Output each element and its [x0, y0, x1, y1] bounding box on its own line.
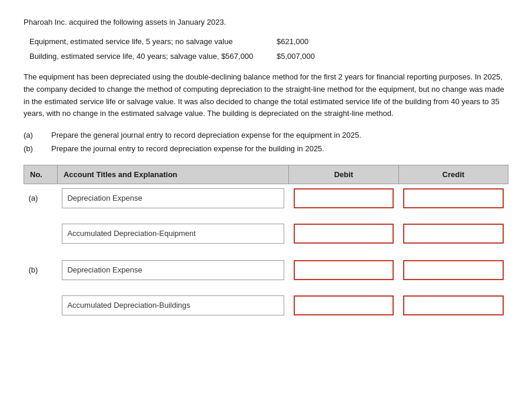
table-header-row: No. Account Titles and Explanation Debit… — [24, 165, 508, 184]
questions-section: (a) Prepare the general journal entry to… — [24, 131, 508, 153]
entry-b-label: (b) — [24, 256, 58, 284]
asset-row-equipment: Equipment, estimated service life, 5 yea… — [29, 37, 508, 46]
table-row — [24, 291, 508, 320]
entry-b-debit1-input[interactable] — [294, 260, 394, 280]
entry-a-account1-input[interactable] — [62, 188, 284, 208]
entry-a-credit1-cell — [398, 184, 508, 212]
entry-a-debit2-cell — [289, 220, 398, 248]
header-account: Account Titles and Explanation — [57, 165, 288, 184]
asset-row-building: Building, estimated service life, 40 yea… — [29, 52, 508, 61]
entry-b-credit2-input[interactable] — [403, 295, 503, 315]
header-debit: Debit — [289, 165, 398, 184]
entry-a-credit2-cell — [398, 220, 508, 248]
entry-b-credit1-cell — [398, 256, 508, 284]
entry-b-no2 — [24, 291, 58, 320]
entry-b-debit2-cell — [289, 291, 398, 320]
entry-a-no2 — [24, 220, 58, 248]
entry-a-label: (a) — [24, 184, 58, 212]
description-block: The equipment has been depreciated using… — [24, 71, 508, 120]
entry-a-account2-input[interactable] — [62, 224, 284, 244]
journal-table: No. Account Titles and Explanation Debit… — [24, 165, 508, 320]
spacer-row-2 — [24, 248, 508, 256]
header-no: No. — [24, 165, 58, 184]
building-value: $5,007,000 — [277, 52, 315, 61]
entry-b-debit2-input[interactable] — [294, 295, 394, 315]
entry-a-debit1-cell — [289, 184, 398, 212]
equipment-value: $621,000 — [277, 37, 308, 46]
question-a-label: (a) — [24, 131, 44, 139]
asset-table: Equipment, estimated service life, 5 yea… — [29, 37, 508, 61]
entry-a-debit2-input[interactable] — [294, 224, 394, 244]
entry-a-credit1-input[interactable] — [403, 188, 503, 208]
entry-b-debit1-cell — [289, 256, 398, 284]
building-description: Building, estimated service life, 40 yea… — [29, 52, 265, 61]
table-row: (b) — [24, 256, 508, 284]
question-b-row: (b) Prepare the journal entry to record … — [24, 144, 508, 153]
question-b-text: Prepare the journal entry to record depr… — [51, 144, 324, 153]
entry-b-credit1-input[interactable] — [403, 260, 503, 280]
entry-a-account2-cell — [57, 220, 288, 248]
entry-b-account1-input[interactable] — [62, 260, 284, 280]
spacer-row-3 — [24, 284, 508, 291]
entry-a-account1-cell — [57, 184, 288, 212]
entry-b-account2-input[interactable] — [62, 295, 284, 315]
intro-text: Pharoah Inc. acquired the following asse… — [24, 18, 508, 26]
header-credit: Credit — [398, 165, 508, 184]
entry-b-account1-cell — [57, 256, 288, 284]
table-row: (a) — [24, 184, 508, 212]
table-row — [24, 220, 508, 248]
question-a-text: Prepare the general journal entry to rec… — [51, 131, 361, 139]
question-b-label: (b) — [24, 144, 44, 153]
entry-b-account2-cell — [57, 291, 288, 320]
spacer-row-1 — [24, 212, 508, 220]
entry-b-credit2-cell — [398, 291, 508, 320]
question-a-row: (a) Prepare the general journal entry to… — [24, 131, 508, 139]
entry-a-debit1-input[interactable] — [294, 188, 394, 208]
entry-a-credit2-input[interactable] — [403, 224, 503, 244]
equipment-description: Equipment, estimated service life, 5 yea… — [29, 37, 265, 46]
